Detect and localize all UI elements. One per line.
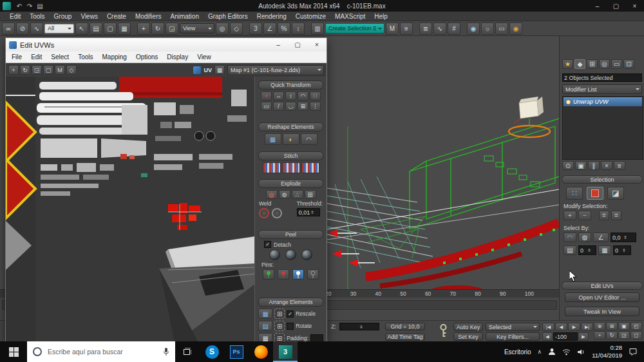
qt-grid-icon[interactable]: ⊞ (298, 102, 308, 111)
select-by-element-icon[interactable]: ◍ (578, 233, 591, 242)
render-setup-icon[interactable]: ☼ (481, 23, 494, 35)
uvw-menu-edit[interactable]: Edit (26, 53, 46, 61)
straighten-icon[interactable]: ◠ (301, 133, 317, 145)
zoom-extents-icon[interactable]: ▣ (618, 322, 630, 330)
peel-mode-icon[interactable] (285, 249, 296, 260)
unlink-selection-icon[interactable]: ⊘ (16, 23, 29, 35)
menu-graph-editors[interactable]: Graph Editors (204, 13, 252, 20)
select-by-smoothing-icon[interactable]: ▤ (564, 245, 576, 255)
rendered-frame-window-icon[interactable]: ▭ (495, 23, 508, 35)
volume-icon[interactable] (577, 348, 585, 356)
select-by-name-icon[interactable]: ▤ (90, 23, 102, 35)
microphone-icon[interactable] (163, 347, 169, 356)
uv-snap-icon[interactable]: ◇ (66, 65, 77, 75)
menu-create[interactable]: Create (102, 13, 131, 20)
percent-snap-icon[interactable]: % (278, 23, 290, 35)
rotate-checkbox[interactable] (287, 323, 294, 330)
window-crossing-icon[interactable]: ▦ (118, 23, 131, 35)
taskbar-app-3dsmax[interactable]: 3 (273, 341, 298, 362)
tweak-in-view-button[interactable]: Tweak In View (565, 307, 639, 316)
uvw-titlebar[interactable]: Edit UVWs – ▢ × (6, 38, 327, 52)
render-icon[interactable]: ◉ (509, 23, 522, 35)
menu-maxscript[interactable]: MAXScript (330, 13, 370, 20)
minimize-button[interactable]: – (588, 0, 607, 12)
reference-coordinate-dropdown[interactable]: View (180, 23, 214, 33)
vertex-mode-icon[interactable]: ∷ (566, 187, 583, 200)
auto-key-button[interactable]: Auto Key (453, 323, 483, 331)
quick-transform-header[interactable]: Quick Transform (258, 81, 323, 90)
menu-edit[interactable]: Edit (5, 13, 25, 20)
reshape-elements-header[interactable]: Reshape Elements (258, 122, 323, 131)
qt-space-icon[interactable]: ∷ (310, 91, 321, 100)
play-button[interactable]: ▶ (568, 323, 580, 331)
snaps-toggle-icon[interactable]: 3 (249, 23, 262, 35)
key-forward-button[interactable]: ▶ (578, 332, 589, 341)
menu-modifiers[interactable]: Modifiers (131, 13, 166, 20)
rearrange-icon[interactable]: ⊞ (274, 321, 285, 331)
set-key-button[interactable]: Set Key (453, 332, 483, 341)
uvw-menu-select[interactable]: Select (46, 53, 73, 61)
show-map-icon[interactable] (193, 66, 201, 74)
motion-tab-icon[interactable]: ◎ (599, 59, 610, 69)
pin-options-icon[interactable] (307, 269, 319, 280)
menu-rendering[interactable]: Rendering (252, 13, 291, 20)
rescale-checkbox[interactable]: ✓ (287, 310, 294, 318)
qt-row-icon[interactable]: ▭ (261, 102, 272, 111)
menu-group[interactable]: Group (50, 13, 77, 20)
utilities-tab-icon[interactable]: ⊡ (623, 59, 634, 69)
uv-grid-icon[interactable]: ▦ (214, 65, 225, 75)
uvw-maximize-button[interactable]: ▢ (288, 38, 307, 52)
unpin-tool-icon[interactable] (278, 269, 289, 280)
uvw-close-button[interactable]: × (307, 38, 327, 52)
explode-edge-icon[interactable]: ⊚ (279, 190, 290, 199)
pack-together-icon[interactable]: ▤ (258, 321, 272, 331)
key-back-button[interactable]: ◀ (542, 332, 553, 341)
create-tab-icon[interactable]: ★ (562, 59, 573, 69)
uv-mirror-icon[interactable]: M (55, 65, 65, 75)
select-and-manipulate-icon[interactable]: ◇ (230, 23, 243, 35)
configure-modifier-sets-icon[interactable]: ≡ (614, 161, 625, 170)
edit-named-selections-icon[interactable]: ▥ (311, 23, 324, 35)
taskbar-app-photoshop[interactable]: Ps (224, 341, 249, 362)
go-to-end-button[interactable]: ▶| (581, 323, 593, 331)
planar-angle-field[interactable]: 0,0 (611, 233, 636, 242)
map-dropdown[interactable]: Map #1 (C-101-fuse-2.dds) (227, 65, 324, 75)
material-editor-icon[interactable]: ◉ (467, 23, 480, 35)
menu-animation[interactable]: Animation (166, 13, 203, 20)
select-by-planar-icon[interactable]: ◠ (564, 233, 576, 242)
peel-quick-icon[interactable] (269, 249, 280, 260)
select-ring-icon[interactable]: = (599, 211, 609, 220)
curve-editor-icon[interactable]: ∿ (433, 23, 446, 35)
previous-frame-button[interactable]: ◀ (555, 323, 567, 331)
zoom-extents-all-icon[interactable]: ◰ (630, 322, 642, 330)
search-input[interactable] (46, 347, 158, 356)
z-field[interactable] (339, 323, 379, 330)
threshold-field[interactable]: 0,01 (297, 208, 320, 216)
stitch-source-icon[interactable] (282, 162, 300, 173)
uvw-menu-view[interactable]: View (193, 53, 216, 61)
tray-chevron-up-icon[interactable]: ∧ (538, 348, 542, 355)
align-icon[interactable]: ≡ (400, 23, 413, 35)
save-icon[interactable]: ▤ (35, 3, 45, 10)
explode-face-icon[interactable]: ◍ (266, 190, 278, 199)
hierarchy-tab-icon[interactable]: ⊞ (587, 59, 598, 69)
pin-stack-icon[interactable]: ⊙ (562, 161, 574, 170)
select-and-move-icon[interactable]: + (137, 23, 150, 35)
qt-more-icon[interactable]: ⋮ (310, 102, 321, 111)
pack-normalize-icon[interactable]: ▦ (258, 309, 272, 319)
modifier-list-dropdown[interactable]: Modifier List (562, 84, 642, 94)
layer-manager-icon[interactable]: ≣ (419, 23, 432, 35)
named-selection-dropdown[interactable]: Create Selection Se (325, 23, 384, 33)
detach-checkbox[interactable]: ✓ (264, 241, 271, 248)
stitch-average-icon[interactable] (301, 162, 319, 173)
max-app-icon[interactable] (3, 2, 11, 10)
taskbar-app-skype[interactable]: S (200, 341, 224, 362)
uvw-menu-file[interactable]: File (7, 53, 26, 61)
selection-rollout-header[interactable]: Selection (562, 175, 643, 184)
qt-align-v-icon[interactable]: ↕ (285, 91, 296, 100)
mirror-icon[interactable]: M (386, 23, 399, 35)
zoom-region-icon[interactable]: ◲ (618, 331, 630, 339)
select-object-icon[interactable]: ↖ (75, 23, 88, 35)
key-filters-button[interactable]: Key Filters... (486, 332, 540, 341)
modify-tab-icon[interactable]: ◆ (574, 59, 585, 69)
